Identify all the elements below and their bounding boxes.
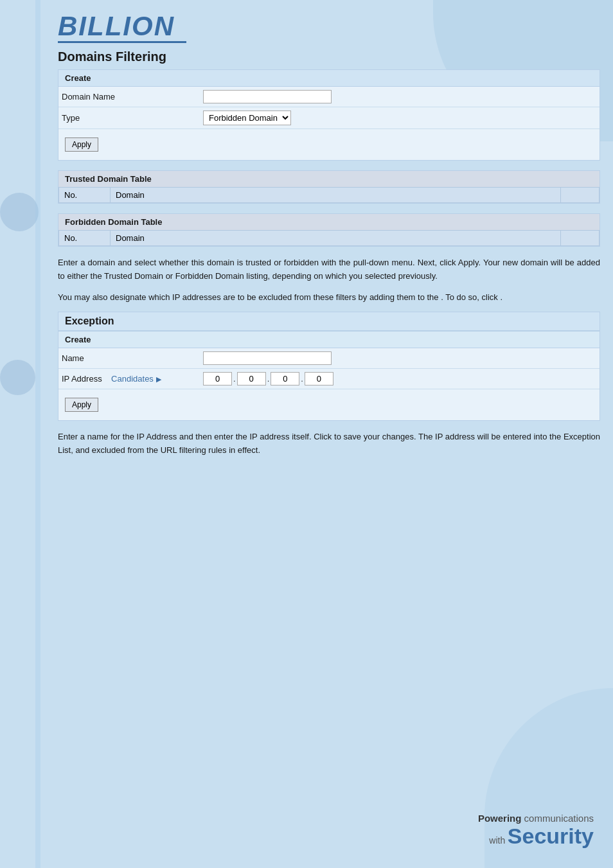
footer-communications-text: communications xyxy=(524,813,594,824)
exception-section-title: Exception xyxy=(58,312,600,331)
ip-octet-4[interactable] xyxy=(305,372,333,385)
ip-octet-3[interactable] xyxy=(271,372,299,385)
exception-name-control xyxy=(203,351,596,365)
exception-create-header: Create xyxy=(58,331,600,348)
exception-ip-label: IP Address Candidates ▶ xyxy=(62,374,203,384)
candidates-icon: ▶ xyxy=(156,375,161,383)
logo-text: BILLION xyxy=(58,13,600,40)
exception-section: Exception Create Name IP Address Candida… xyxy=(58,312,600,421)
forbidden-domain-table-wrapper: Forbidden Domain Table No. Domain xyxy=(58,213,600,247)
footer-powering-text: Powering xyxy=(478,813,522,824)
create-section: Create Domain Name Type Forbidden Domain… xyxy=(58,69,600,161)
bg-circle-left-1 xyxy=(0,193,39,231)
forbidden-col-domain: Domain xyxy=(111,231,561,246)
exception-ip-row: IP Address Candidates ▶ . . . xyxy=(58,369,600,389)
apply-row-1: Apply xyxy=(58,129,600,160)
apply-row-2: Apply xyxy=(58,389,600,420)
trusted-col-no: No. xyxy=(59,188,111,203)
create-section-header: Create xyxy=(58,70,600,87)
trusted-domain-table-wrapper: Trusted Domain Table No. Domain xyxy=(58,170,600,204)
domain-name-input[interactable] xyxy=(203,90,332,103)
description-1: Enter a domain and select whether this d… xyxy=(58,256,600,283)
ip-address-group: . . . xyxy=(203,372,596,385)
type-control: Forbidden Domain Trusted Domain xyxy=(203,111,596,125)
ip-octet-2[interactable] xyxy=(237,372,266,385)
type-row: Type Forbidden Domain Trusted Domain xyxy=(58,107,600,129)
trusted-domain-table-header: Trusted Domain Table xyxy=(58,171,600,187)
logo-underline xyxy=(58,41,186,43)
ip-octet-1[interactable] xyxy=(203,372,232,385)
bg-stripe xyxy=(35,0,40,868)
footer-security-text: Security xyxy=(508,824,594,848)
candidates-label-text: Candidates xyxy=(111,374,154,384)
exception-name-row: Name xyxy=(58,348,600,369)
exception-name-input[interactable] xyxy=(203,351,332,365)
candidates-link[interactable]: Candidates ▶ xyxy=(111,374,161,384)
trusted-domain-table: No. Domain xyxy=(58,187,600,203)
domain-name-row: Domain Name xyxy=(58,87,600,107)
ip-address-label-text: IP Address xyxy=(62,374,102,384)
page-title: Domains Filtering xyxy=(58,49,600,64)
ip-dot-1: . xyxy=(233,374,236,384)
trusted-col-action xyxy=(561,188,600,203)
forbidden-col-no: No. xyxy=(59,231,111,246)
footer: Powering communications with Security xyxy=(478,813,594,849)
ip-dot-3: . xyxy=(301,374,303,384)
bg-circle-left-2 xyxy=(0,360,35,395)
forbidden-domain-table-header: Forbidden Domain Table xyxy=(58,214,600,230)
forbidden-domain-table: No. Domain xyxy=(58,230,600,246)
exception-apply-button[interactable]: Apply xyxy=(65,398,98,412)
exception-name-label: Name xyxy=(62,353,203,363)
logo-area: BILLION xyxy=(58,13,600,43)
domain-name-label: Domain Name xyxy=(62,92,203,102)
footer-powering-line: Powering communications xyxy=(478,813,594,824)
ip-dot-2: . xyxy=(267,374,270,384)
forbidden-col-action xyxy=(561,231,600,246)
exception-ip-control: . . . xyxy=(203,372,596,385)
type-label: Type xyxy=(62,113,203,123)
description-3: Enter a name for the IP Address and then… xyxy=(58,430,600,457)
type-select[interactable]: Forbidden Domain Trusted Domain xyxy=(203,111,291,125)
description-2: You may also designate which IP addresse… xyxy=(58,291,600,305)
footer-security-line: with Security xyxy=(478,824,594,849)
domain-name-control xyxy=(203,90,596,103)
create-apply-button[interactable]: Apply xyxy=(65,137,98,152)
trusted-col-domain: Domain xyxy=(111,188,561,203)
footer-with-text: with xyxy=(489,835,505,846)
